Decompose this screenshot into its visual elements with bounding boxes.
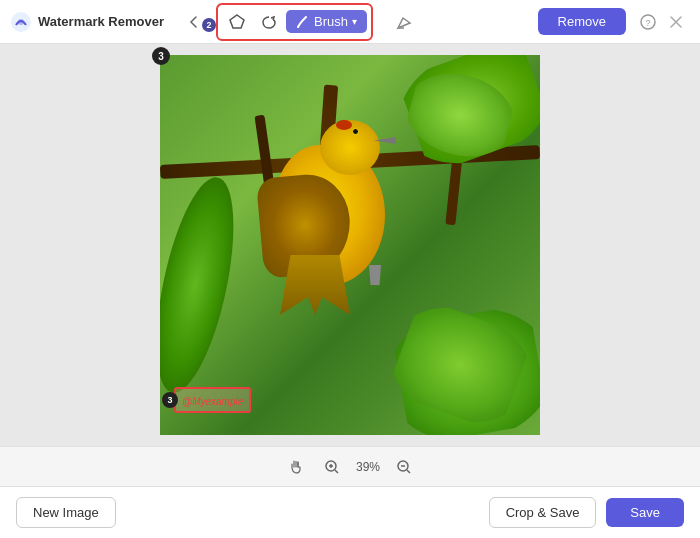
- crop-save-button[interactable]: Crop & Save: [489, 497, 597, 528]
- erase-icon: [395, 13, 413, 31]
- lasso-icon: [260, 13, 278, 31]
- image-container: 3: [160, 55, 540, 435]
- bird-tail: [280, 255, 350, 315]
- zoom-level: 39%: [356, 460, 380, 474]
- brush-button[interactable]: Brush ▾: [286, 10, 367, 33]
- zoom-bar: 39%: [0, 446, 700, 486]
- logo-icon: [10, 11, 32, 33]
- brush-label: Brush: [314, 14, 348, 29]
- zoom-out-icon: [396, 459, 412, 475]
- polygon-icon: [228, 13, 246, 31]
- svg-point-1: [18, 19, 24, 25]
- zoom-out-button[interactable]: [392, 455, 416, 479]
- back-icon: [186, 14, 202, 30]
- hand-icon: [288, 459, 304, 475]
- hand-tool-button[interactable]: [284, 455, 308, 479]
- canvas-area: 3: [0, 44, 700, 446]
- watermark-text: @Myexample: [182, 396, 243, 407]
- lasso-tool-button[interactable]: [254, 7, 284, 37]
- remove-button[interactable]: Remove: [538, 8, 626, 35]
- erase-button[interactable]: [389, 7, 419, 37]
- watermark-container: 3 @Myexample: [174, 387, 251, 413]
- new-image-button[interactable]: New Image: [16, 497, 116, 528]
- bird-eye: [352, 128, 359, 135]
- svg-line-8: [335, 470, 338, 473]
- svg-line-11: [407, 470, 410, 473]
- step2-badge: 2: [202, 18, 216, 32]
- brush-dropdown-icon: ▾: [352, 16, 357, 27]
- main-image: 3 @Myexample: [160, 55, 540, 435]
- step3-badge: 3: [152, 47, 170, 65]
- watermark-box: @Myexample: [174, 387, 251, 413]
- title-bar: Watermark Remover 2 Brush ▾: [0, 0, 700, 44]
- help-icon: ?: [640, 14, 656, 30]
- zoom-in-icon: [324, 459, 340, 475]
- help-button[interactable]: ?: [634, 8, 662, 36]
- zoom-in-button[interactable]: [320, 455, 344, 479]
- bird-forehead: [336, 120, 352, 130]
- save-button[interactable]: Save: [606, 498, 684, 527]
- step3-badge-inline: 3: [162, 392, 178, 408]
- footer-bar: New Image Crop & Save Save: [0, 486, 700, 538]
- svg-marker-2: [230, 15, 244, 28]
- brush-icon: [296, 15, 310, 29]
- toolbar-group: Brush ▾: [216, 3, 373, 41]
- svg-text:?: ?: [645, 18, 650, 28]
- close-icon: [669, 15, 683, 29]
- polygon-tool-button[interactable]: [222, 7, 252, 37]
- app-logo: Watermark Remover: [10, 11, 164, 33]
- app-title: Watermark Remover: [38, 14, 164, 29]
- close-button[interactable]: [662, 8, 690, 36]
